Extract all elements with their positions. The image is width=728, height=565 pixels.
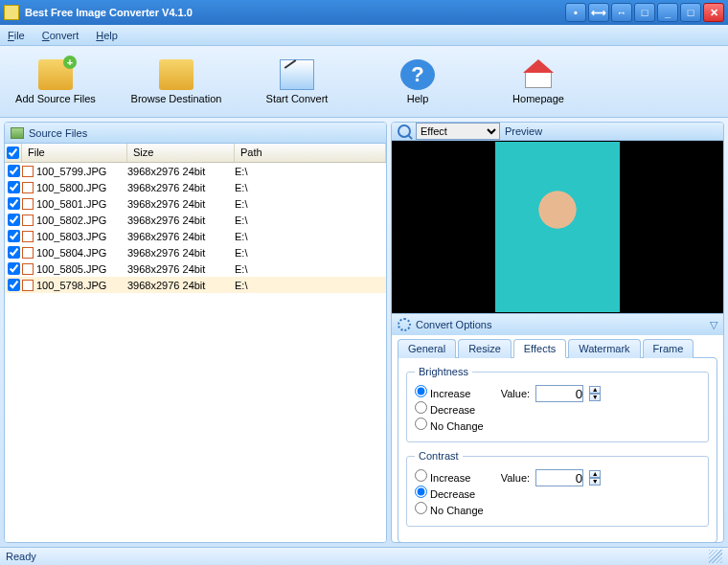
file-checkbox[interactable] (8, 197, 20, 210)
file-row[interactable]: 100_5805.JPG 3968x2976 24bit E:\ (5, 260, 386, 277)
menubar: File Convert Help (0, 25, 728, 46)
col-path[interactable]: Path (235, 144, 386, 162)
contrast-spin-down[interactable]: ▼ (589, 478, 601, 486)
help-button[interactable]: ? Help (372, 59, 464, 104)
brightness-value-input[interactable] (535, 385, 583, 402)
folder-plus-icon (38, 59, 73, 90)
file-name: 100_5803.JPG (36, 231, 106, 242)
file-depth: 24bit (183, 247, 206, 259)
file-checkbox[interactable] (8, 214, 20, 226)
file-name: 100_5799.JPG (36, 166, 106, 177)
maximize-button[interactable]: □ (680, 3, 701, 22)
source-files-panel: Source Files File Size Path 100_5799.JPG… (4, 122, 387, 543)
menu-convert[interactable]: Convert (42, 30, 80, 41)
file-dims: 3968x2976 (127, 182, 179, 193)
file-checkbox[interactable] (8, 165, 20, 177)
minimize-button[interactable]: _ (657, 3, 678, 22)
file-path: E:\ (235, 263, 386, 275)
column-headers: File Size Path (5, 144, 386, 163)
contrast-nochange[interactable]: No Change (415, 502, 484, 516)
brightness-spin-up[interactable]: ▲ (589, 386, 601, 394)
image-file-icon (22, 215, 34, 226)
file-checkbox[interactable] (8, 262, 20, 275)
col-check[interactable] (5, 144, 22, 162)
convert-options: Convert Options ▽ General Resize Effects… (392, 313, 723, 543)
titlebar-btn-3[interactable]: ↔ (611, 3, 632, 22)
homepage-button[interactable]: Homepage (492, 59, 584, 104)
resize-grip-icon[interactable] (709, 550, 722, 563)
titlebar: Best Free Image Converter V4.1.0 • ⟷ ↔ □… (0, 0, 728, 25)
file-dims: 3968x2976 (127, 166, 179, 177)
contrast-increase[interactable]: Increase (415, 469, 484, 484)
titlebar-btn-4[interactable]: □ (634, 3, 655, 22)
right-panel: Effect Preview Convert Options ▽ General… (391, 122, 724, 543)
brightness-decrease[interactable]: Decrease (415, 401, 484, 416)
file-depth: 24bit (183, 263, 206, 275)
tab-resize[interactable]: Resize (458, 339, 512, 358)
tab-frame[interactable]: Frame (643, 339, 694, 358)
file-row[interactable]: 100_5803.JPG 3968x2976 24bit E:\ (5, 228, 386, 244)
home-icon (521, 59, 556, 90)
contrast-legend: Contrast (415, 450, 463, 462)
file-row[interactable]: 100_5802.JPG 3968x2976 24bit E:\ (5, 212, 386, 228)
file-dims: 3968x2976 (127, 263, 179, 275)
contrast-value-input[interactable] (535, 469, 583, 486)
file-list[interactable]: 100_5799.JPG 3968x2976 24bit E:\ 100_580… (5, 163, 386, 542)
contrast-decrease[interactable]: Decrease (415, 486, 484, 500)
close-button[interactable]: ✕ (703, 3, 724, 22)
tab-effects[interactable]: Effects (513, 339, 566, 358)
file-name: 100_5798.JPG (36, 280, 106, 291)
file-checkbox[interactable] (8, 181, 20, 193)
file-depth: 24bit (183, 166, 206, 177)
collapse-icon[interactable]: ▽ (710, 319, 717, 331)
wand-image-icon (280, 59, 314, 90)
menu-help[interactable]: Help (96, 30, 118, 41)
col-size[interactable]: Size (127, 144, 235, 162)
menu-file[interactable]: File (8, 30, 25, 41)
convert-options-title: Convert Options (416, 319, 491, 330)
image-file-icon (22, 263, 34, 275)
preview-mode-select[interactable]: Effect (416, 123, 500, 140)
file-row[interactable]: 100_5801.JPG 3968x2976 24bit E:\ (5, 195, 386, 212)
image-file-icon (22, 198, 34, 210)
titlebar-btn-1[interactable]: • (565, 3, 586, 22)
source-files-icon (11, 127, 24, 139)
file-dims: 3968x2976 (127, 247, 179, 259)
contrast-spin-up[interactable]: ▲ (589, 470, 601, 478)
image-file-icon (22, 182, 34, 193)
file-checkbox[interactable] (8, 279, 20, 291)
file-row[interactable]: 100_5800.JPG 3968x2976 24bit E:\ (5, 179, 386, 195)
brightness-increase[interactable]: Increase (415, 385, 484, 399)
tab-watermark[interactable]: Watermark (568, 339, 640, 358)
file-path: E:\ (235, 247, 386, 259)
file-depth: 24bit (183, 215, 206, 226)
browse-destination-button[interactable]: Browse Destination (130, 59, 222, 104)
preview-image (495, 142, 620, 312)
file-path: E:\ (235, 182, 386, 193)
file-row[interactable]: 100_5804.JPG 3968x2976 24bit E:\ (5, 244, 386, 260)
contrast-group: Contrast Increase Decrease No Change Val… (406, 450, 709, 527)
file-row[interactable]: 100_5799.JPG 3968x2976 24bit E:\ (5, 163, 386, 179)
tab-general[interactable]: General (398, 339, 456, 358)
col-file[interactable]: File (22, 144, 127, 162)
file-path: E:\ (235, 215, 386, 226)
titlebar-btn-2[interactable]: ⟷ (588, 3, 609, 22)
start-convert-button[interactable]: Start Convert (251, 59, 343, 104)
check-all[interactable] (7, 147, 19, 159)
file-checkbox[interactable] (8, 230, 20, 242)
brightness-nochange[interactable]: No Change (415, 418, 484, 432)
help-icon: ? (400, 59, 435, 90)
toolbar: Add Source Files Browse Destination Star… (0, 46, 728, 118)
brightness-legend: Brightness (415, 366, 472, 377)
file-row[interactable]: 100_5798.JPG 3968x2976 24bit E:\ (5, 277, 386, 293)
status-text: Ready (6, 551, 36, 562)
brightness-group: Brightness Increase Decrease No Change V… (406, 366, 709, 442)
options-tabs: General Resize Effects Watermark Frame (392, 335, 723, 357)
magnifier-icon[interactable] (398, 124, 411, 138)
brightness-spin-down[interactable]: ▼ (589, 394, 601, 401)
preview-label: Preview (505, 125, 542, 137)
file-path: E:\ (235, 280, 386, 291)
file-checkbox[interactable] (8, 246, 20, 259)
add-source-files-button[interactable]: Add Source Files (10, 59, 102, 104)
file-name: 100_5804.JPG (36, 247, 106, 259)
